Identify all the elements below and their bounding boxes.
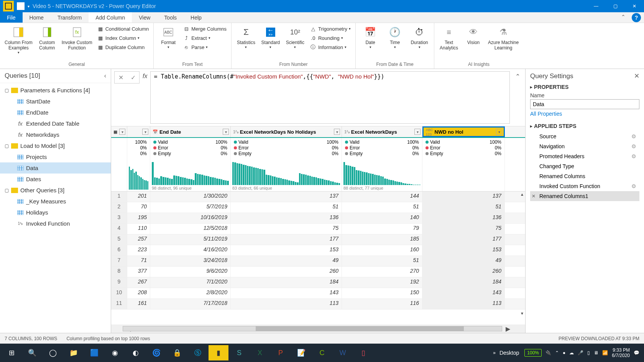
applied-step[interactable]: Source⚙ <box>530 131 639 141</box>
table-row[interactable]: 319510/16/2019136140136 <box>111 213 525 224</box>
query-folder[interactable]: ▢Parameters & Functions [4] <box>0 85 111 96</box>
vision-button[interactable]: 👁Vision <box>462 25 485 46</box>
query-item[interactable]: fxNetworkdays <box>0 129 111 140</box>
text-analytics-button[interactable]: ≡Text Analytics <box>437 25 460 51</box>
applied-step[interactable]: Invoked Custom Function⚙ <box>530 181 639 191</box>
index-column-button[interactable]: ▦Index Column▾ <box>95 34 150 42</box>
extract-button[interactable]: ⤴Extract▾ <box>181 34 228 42</box>
tab-add-column[interactable]: Add Column <box>89 12 132 23</box>
table-row[interactable]: 92677/1/2020184192184 <box>111 277 525 288</box>
chevron-down-icon[interactable]: ▾ <box>119 129 125 135</box>
scientific-button[interactable]: 10² Scientific▾ <box>284 25 307 50</box>
taskbar-app-5[interactable]: 🔒 <box>167 345 187 360</box>
table-row[interactable]: 62234/16/2020153160153 <box>111 245 525 256</box>
table-row[interactable]: 102082/8/2020143150143 <box>111 288 525 299</box>
duplicate-column-button[interactable]: ▦Duplicate Column <box>95 43 150 51</box>
column-header[interactable]: ABC123NWD no Hol▾ <box>422 126 505 137</box>
query-folder[interactable]: ▢Other Queries [3] <box>0 185 111 196</box>
collapse-ribbon-icon[interactable]: ⌃ <box>618 12 629 23</box>
gear-icon[interactable]: ⚙ <box>631 143 636 149</box>
applied-step[interactable]: Renamed Columns <box>530 171 639 181</box>
query-item[interactable]: StartDate <box>0 96 111 107</box>
query-item[interactable]: EndDate <box>0 107 111 118</box>
tray-icon[interactable]: 🔌 <box>545 350 551 355</box>
show-hidden-icons[interactable]: » <box>493 350 496 355</box>
applied-step[interactable]: Changed Type <box>530 161 639 171</box>
gear-icon[interactable]: ⚙ <box>631 133 636 139</box>
collapse-formula-icon[interactable]: ⌃ <box>513 71 522 80</box>
taskbar-app-1[interactable]: ◯ <box>43 345 63 360</box>
file-explorer-icon[interactable]: 📁 <box>64 345 84 360</box>
applied-step[interactable]: Navigation⚙ <box>530 141 639 151</box>
table-row[interactable]: 7713/24/2018495149 <box>111 256 525 267</box>
trigonometry-button[interactable]: △Trigonometry▾ <box>308 25 352 33</box>
applied-step[interactable]: Promoted Headers⚙ <box>530 151 639 161</box>
chrome-icon[interactable]: ◐ <box>126 345 146 360</box>
query-item[interactable]: fxExtended Date Table <box>0 118 111 129</box>
column-header[interactable]: 1²₃Excel NetworkDays No Holidays▾ <box>231 126 342 137</box>
tray-icon-6[interactable]: 🖥 <box>594 350 598 355</box>
table-row[interactable]: 411012/5/2018757975 <box>111 224 525 234</box>
tab-home[interactable]: Home <box>23 12 51 23</box>
column-header[interactable]: 1²₃Excel NetworkDays▾ <box>342 126 422 137</box>
column-from-examples-button[interactable]: Column From Examples ▾ <box>3 25 34 55</box>
tray-icon-4[interactable]: 🎤 <box>578 350 583 355</box>
table-row[interactable]: 52575/11/2019177185177 <box>111 234 525 245</box>
parse-button[interactable]: ⎋Parse▾ <box>181 43 228 51</box>
column-header[interactable]: ▾ <box>127 126 150 137</box>
invoke-custom-function-button[interactable]: fx Invoke Custom Function <box>60 25 94 51</box>
taskbar-app-2[interactable]: 🟦 <box>84 345 104 360</box>
cancel-formula-button[interactable]: ✕ <box>115 74 126 81</box>
query-item[interactable]: _Key Measures <box>0 196 111 207</box>
tab-tools[interactable]: Tools <box>157 12 184 23</box>
query-name-input[interactable] <box>530 99 639 109</box>
date-button[interactable]: 📅Date▾ <box>359 25 382 50</box>
information-button[interactable]: ⓘInformation▾ <box>308 43 352 51</box>
wifi-icon[interactable]: 📶 <box>602 350 608 355</box>
battery-indicator[interactable]: 100% <box>524 349 542 357</box>
statistics-button[interactable]: Σ Statistics▾ <box>235 25 258 50</box>
collapse-queries-icon[interactable]: ‹ <box>104 72 106 79</box>
rounding-button[interactable]: .0Rounding▾ <box>308 34 352 42</box>
query-item[interactable]: Dates <box>0 174 111 185</box>
scroll-down-icon[interactable]: ▾ <box>521 311 523 316</box>
column-filter-icon[interactable]: ▾ <box>496 129 502 135</box>
maximize-button[interactable]: ▢ <box>606 0 625 12</box>
query-item[interactable]: Holidays <box>0 207 111 218</box>
tab-view[interactable]: View <box>132 12 157 23</box>
taskbar-app-4[interactable]: 🌀 <box>146 345 166 360</box>
query-folder[interactable]: ▢Load to Model [3] <box>0 140 111 151</box>
table-corner-button[interactable]: ▦ ▾ <box>111 126 127 137</box>
powerpoint-icon[interactable]: P <box>271 345 291 360</box>
close-button[interactable]: ✕ <box>625 0 644 12</box>
time-button[interactable]: 🕐Time▾ <box>383 25 406 50</box>
taskbar-app-6[interactable]: ▯ <box>353 345 373 360</box>
help-icon[interactable]: ? <box>632 13 641 22</box>
snagit-icon[interactable]: S <box>229 345 249 360</box>
query-item[interactable]: Data <box>0 162 111 174</box>
desktop-toolbar[interactable]: Desktop <box>499 350 519 356</box>
notifications-icon[interactable]: 💬 <box>634 350 639 355</box>
table-row[interactable]: 12011/30/2020137144137 <box>111 192 525 202</box>
azure-ml-button[interactable]: ⚗Azure Machine Learning <box>486 25 520 51</box>
skype-icon[interactable]: Ⓢ <box>188 345 208 360</box>
column-filter-icon[interactable]: ▾ <box>334 129 340 135</box>
gear-icon[interactable]: ⚙ <box>631 153 636 159</box>
all-properties-link[interactable]: All Properties <box>530 111 639 117</box>
merge-columns-button[interactable]: ⊟Merge Columns <box>181 25 228 33</box>
tray-icon-2[interactable]: ● <box>563 350 565 355</box>
tray-icon-3[interactable]: ☁ <box>569 350 574 355</box>
query-item[interactable]: Projects <box>0 151 111 162</box>
tab-help[interactable]: Help <box>184 12 209 23</box>
gear-icon[interactable]: ⚙ <box>631 183 636 189</box>
search-icon[interactable]: 🔍 <box>22 345 42 360</box>
applied-step[interactable]: Renamed Columns1 <box>530 191 639 201</box>
column-filter-icon[interactable]: ▾ <box>223 129 229 135</box>
taskbar-clock[interactable]: 9:33 PM 6/7/2020 <box>612 347 630 359</box>
word-icon[interactable]: W <box>333 345 353 360</box>
custom-column-button[interactable]: Custom Column <box>36 25 59 51</box>
close-settings-icon[interactable]: ✕ <box>634 72 639 80</box>
tab-file[interactable]: File <box>0 12 23 23</box>
excel-icon[interactable]: X <box>250 345 270 360</box>
minimize-button[interactable]: — <box>586 0 606 12</box>
